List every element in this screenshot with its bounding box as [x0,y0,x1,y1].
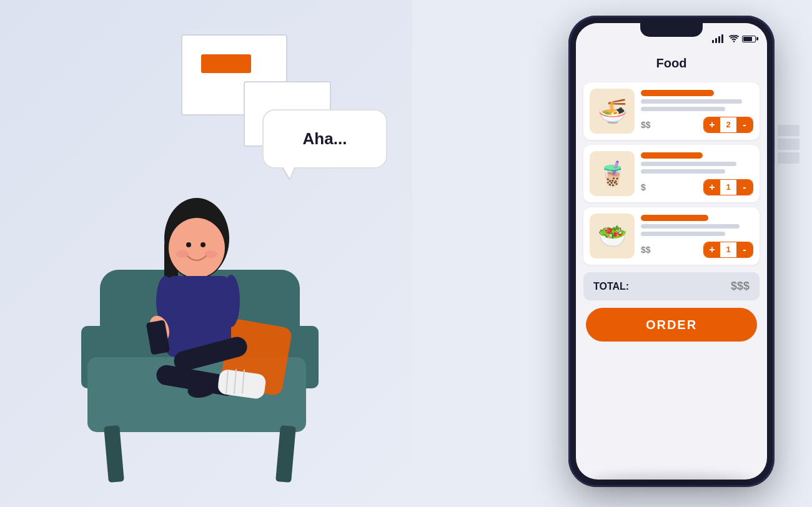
qty-plus-3[interactable]: + [704,242,720,257]
svg-point-4 [201,242,205,247]
food-item-1: 🍜 $$ + 2 - [583,82,760,140]
food-desc-bar-1b [641,107,725,111]
food-desc-bar-3b [641,232,725,236]
food-price-1: $$ [641,120,651,130]
svg-point-6 [205,250,217,258]
food-desc-bar-2b [641,169,725,174]
food-item-2: 🧋 $ + 1 - [583,145,760,202]
food-desc-bar-1a [641,99,742,104]
phone-frame: Food 🍜 $$ + 2 [568,16,775,487]
qty-plus-1[interactable]: + [704,117,720,132]
food-info-1: $$ + 2 - [641,90,753,133]
battery-fill [743,37,752,41]
signal-bar-3 [718,36,720,43]
svg-point-19 [733,41,735,42]
speech-bubble-text: Aha... [303,129,347,149]
food-name-bar-2 [641,152,703,159]
wifi-icon [729,35,739,42]
svg-point-10 [222,275,240,327]
qty-num-2: 1 [720,180,736,195]
phone-container: Food 🍜 $$ + 2 [568,16,775,487]
food-qty-control-2[interactable]: + 1 - [703,179,753,195]
food-desc-bar-2a [641,162,736,166]
phone-shadow [590,475,753,487]
food-qty-control-3[interactable]: + 1 - [703,242,753,258]
signal-bar-1 [712,40,714,43]
order-btn-wrap: ORDER [586,308,757,342]
qty-plus-2[interactable]: + [704,180,720,195]
total-amount: $$$ [731,280,750,293]
svg-point-2 [169,218,225,278]
order-button[interactable]: ORDER [586,308,757,342]
speech-bubble: Aha... [262,109,387,169]
phone-notch [640,23,703,37]
qty-num-3: 1 [720,242,736,257]
signal-bar-2 [715,38,717,43]
status-icons [712,34,756,43]
food-list: 🍜 $$ + 2 - [576,77,767,270]
illustration-area [0,0,412,507]
food-name-bar-3 [641,215,708,221]
food-info-2: $ + 1 - [641,152,753,195]
food-image-2: 🧋 [590,151,635,196]
app-title: Food [656,56,687,71]
signal-bars [712,34,723,43]
phone-screen: Food 🍜 $$ + 2 [576,23,767,480]
svg-point-3 [186,242,191,247]
total-label: TOTAL: [593,281,629,292]
food-price-2: $ [641,182,646,192]
svg-point-5 [176,250,189,258]
food-item-3: 🥗 $$ + 1 - [583,207,760,265]
battery-icon [742,36,756,42]
food-info-3: $$ + 1 - [641,215,753,258]
food-image-3: 🥗 [590,214,635,258]
signal-bar-4 [721,34,723,43]
food-price-3: $$ [641,245,651,255]
food-qty-control-1[interactable]: + 2 - [703,117,753,133]
qty-num-1: 2 [720,117,736,132]
food-footer-2: $ + 1 - [641,179,753,195]
food-desc-bar-3a [641,224,740,229]
qty-minus-2[interactable]: - [736,180,753,195]
food-footer-1: $$ + 2 - [641,117,753,133]
app-header: Food [576,49,767,77]
food-image-1: 🍜 [590,89,635,134]
food-name-bar-1 [641,90,714,96]
qty-minus-1[interactable]: - [736,117,753,132]
total-bar: TOTAL: $$$ [583,272,760,300]
qty-minus-3[interactable]: - [736,242,753,257]
food-footer-3: $$ + 1 - [641,242,753,258]
